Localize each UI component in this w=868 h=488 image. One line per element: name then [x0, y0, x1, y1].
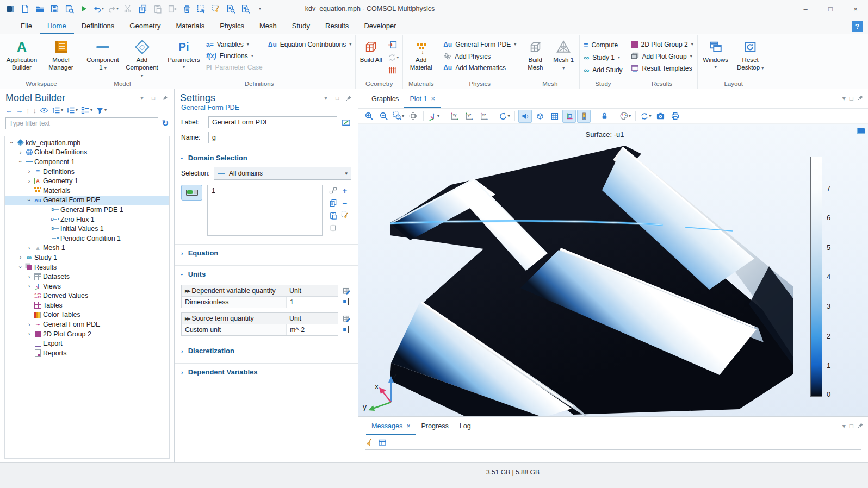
add-component-button[interactable]: Add Component ▾: [125, 37, 159, 79]
tree-item-periodic-condition-1[interactable]: Periodic Condition 1: [5, 234, 169, 243]
open-file-button[interactable]: [33, 2, 47, 15]
cut-button[interactable]: [121, 2, 135, 15]
view-xy-icon[interactable]: [448, 110, 461, 123]
zoom-in-icon[interactable]: [362, 110, 376, 123]
result-templates-button[interactable]: Result Templates: [631, 64, 693, 72]
select-box-button[interactable]: [194, 2, 208, 15]
view-xz-icon[interactable]: [477, 110, 491, 123]
print-icon[interactable]: [668, 110, 682, 123]
tree-item-general-form-pde[interactable]: ›ΔuGeneral Form PDE: [5, 196, 169, 205]
plot-canvas[interactable]: z x y Surface: -u1 7 6 5 4 3 2 1 0: [358, 124, 868, 417]
windows-button[interactable]: Windows ▾: [702, 37, 730, 70]
edit-table-icon[interactable]: [343, 315, 351, 323]
close-tab-icon[interactable]: ×: [406, 422, 410, 430]
forward-button[interactable]: →: [16, 107, 23, 115]
add-physics-button[interactable]: Add Physics: [443, 52, 516, 60]
variables-button[interactable]: a= Variables▾: [206, 41, 263, 48]
tab-log[interactable]: Log: [454, 417, 476, 435]
tree-item-definitions[interactable]: ›≡Definitions: [5, 167, 169, 177]
pin-icon[interactable]: [161, 95, 169, 102]
tree-item-color-tables[interactable]: Color Tables: [5, 310, 169, 320]
copy-selection-icon[interactable]: [327, 197, 338, 209]
panel-menu-caret-icon[interactable]: ▾: [842, 95, 846, 102]
duplicate-button[interactable]: [165, 2, 179, 15]
physics-interface-select[interactable]: Δu General Form PDE▾: [443, 41, 516, 48]
new-file-button[interactable]: [18, 2, 32, 15]
clear-selection-button[interactable]: [209, 2, 223, 15]
color-legend-toggle-icon[interactable]: [577, 110, 591, 123]
appearance-icon[interactable]: ▾: [618, 110, 632, 123]
table-cell[interactable]: Custom unit: [182, 324, 286, 335]
reset-desktop-button[interactable]: Reset Desktop ▾: [735, 37, 766, 72]
scene-light-icon[interactable]: [533, 110, 547, 123]
tree-item-derived-values[interactable]: 8.85e-12Derived Values: [5, 291, 169, 301]
tree-item-views[interactable]: ›Views: [5, 281, 169, 291]
float-panel-icon[interactable]: □: [333, 95, 341, 102]
add-plot-group-button[interactable]: Add Plot Group▾: [631, 52, 693, 60]
panel-menu-caret-icon[interactable]: ▾: [842, 422, 846, 430]
zoom-to-selection-icon[interactable]: [327, 222, 338, 234]
mesh-1-button[interactable]: Mesh 1 ▾: [551, 37, 575, 72]
save-button[interactable]: [47, 2, 61, 15]
tree-item-root[interactable]: ›kdv_equation.mph: [5, 138, 169, 148]
sound-toggle-icon[interactable]: [518, 110, 532, 123]
tab-geometry[interactable]: Geometry: [122, 17, 168, 34]
tab-mesh[interactable]: Mesh: [252, 17, 284, 34]
add-to-selection-icon[interactable]: +: [339, 185, 350, 196]
update-plot-icon[interactable]: ▾: [639, 110, 653, 123]
tab-physics[interactable]: Physics: [212, 17, 252, 34]
tab-study[interactable]: Study: [284, 17, 318, 34]
tree-item-export[interactable]: Export: [5, 339, 169, 348]
plot-group-select[interactable]: 2D Plot Group 2▾: [631, 41, 693, 48]
clear-selection-icon[interactable]: [339, 210, 350, 221]
filter-button[interactable]: ▾: [96, 107, 107, 115]
redo-button[interactable]: ▾: [106, 2, 120, 15]
parameter-case-button[interactable]: Pi Parameter Case: [206, 64, 263, 71]
rename-unit-icon[interactable]: [343, 297, 351, 306]
close-tab-icon[interactable]: ×: [431, 95, 435, 103]
float-panel-icon[interactable]: □: [850, 422, 853, 430]
tab-plot-1[interactable]: Plot 1×: [404, 89, 440, 108]
redo-caret-icon[interactable]: ▾: [116, 7, 119, 11]
panel-menu-caret-icon[interactable]: ▾: [322, 95, 330, 102]
compute-button[interactable]: = Compute: [584, 41, 622, 49]
delete-button[interactable]: [179, 2, 194, 15]
section-dependent-variables[interactable]: › Dependent Variables: [175, 364, 358, 380]
plot-thumbnail-icon[interactable]: [857, 128, 865, 134]
copy-button[interactable]: [135, 2, 150, 15]
zoom-box-icon[interactable]: ▾: [392, 110, 405, 123]
table-cell[interactable]: Dimensionless: [182, 297, 286, 308]
application-builder-button[interactable]: A Application Builder: [5, 37, 39, 72]
float-panel-icon[interactable]: □: [150, 95, 157, 102]
remove-from-selection-icon[interactable]: −: [339, 197, 350, 209]
rebuild-geometry-button[interactable]: ▾: [388, 53, 399, 62]
move-down-button[interactable]: ↓: [33, 107, 37, 115]
open-message-window-icon[interactable]: [378, 438, 387, 447]
panel-menu-caret-icon[interactable]: ▾: [138, 95, 146, 102]
active-toggle-button[interactable]: [181, 185, 202, 201]
tree-item-initial-values-1[interactable]: DInitial Values 1: [5, 224, 169, 234]
tree-item-reports[interactable]: Reports: [5, 348, 169, 358]
table-header[interactable]: Unit: [286, 285, 338, 297]
node-label-options-button[interactable]: ▾: [81, 106, 92, 115]
tree-item-study-1[interactable]: ›∞Study 1: [5, 253, 169, 262]
table-cell[interactable]: 1: [286, 297, 338, 308]
equation-contributions-button[interactable]: Δu Equation Contributions▾: [268, 41, 351, 48]
close-button[interactable]: ×: [843, 0, 868, 17]
preview-button[interactable]: [238, 2, 252, 15]
component-1-button[interactable]: Component 1 ▾: [86, 37, 120, 72]
table-header[interactable]: Unit: [286, 313, 338, 324]
expand-all-button[interactable]: ▾: [66, 106, 78, 115]
help-button[interactable]: ?: [852, 21, 863, 32]
undo-caret-icon[interactable]: ▾: [102, 7, 104, 11]
move-up-button[interactable]: ↑: [26, 107, 30, 115]
add-mathematics-button[interactable]: Δu Add Mathematics: [443, 64, 516, 72]
rename-icon[interactable]: [340, 117, 351, 128]
pin-icon[interactable]: [857, 422, 864, 430]
section-units[interactable]: › Units: [175, 266, 358, 283]
tab-definitions[interactable]: Definitions: [74, 17, 122, 34]
partition-geometry-button[interactable]: [388, 66, 399, 75]
paste-button[interactable]: [150, 2, 164, 15]
domain-list-item[interactable]: 1: [212, 187, 318, 195]
section-equation[interactable]: › Equation: [175, 245, 358, 261]
